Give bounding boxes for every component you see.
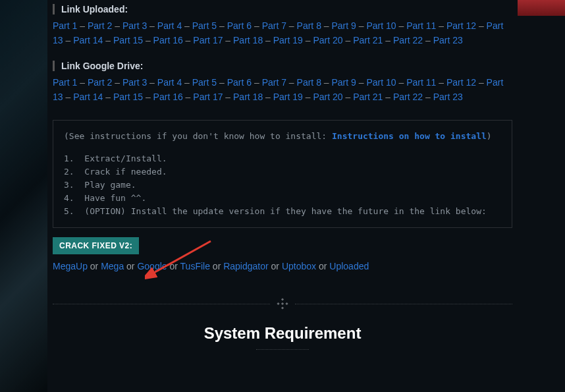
part-separator: – bbox=[63, 35, 74, 45]
part-separator: – bbox=[103, 92, 113, 102]
part-link[interactable]: Part 14 bbox=[73, 35, 103, 45]
part-link[interactable]: Part 16 bbox=[153, 35, 183, 45]
part-link[interactable]: Part 17 bbox=[193, 35, 223, 45]
mirror-link[interactable]: TusFile bbox=[180, 261, 210, 271]
mirror-link[interactable]: Mega bbox=[101, 261, 124, 271]
mirror-separator: or bbox=[269, 261, 282, 271]
part-separator: – bbox=[147, 20, 157, 31]
part-separator: – bbox=[356, 77, 367, 88]
part-link[interactable]: Part 21 bbox=[353, 92, 383, 102]
part-separator: – bbox=[396, 20, 407, 31]
part-separator: – bbox=[252, 77, 262, 88]
part-separator: – bbox=[286, 77, 297, 88]
mirror-link[interactable]: MegaUp bbox=[53, 261, 88, 271]
part-link[interactable]: Part 23 bbox=[433, 35, 463, 45]
part-link[interactable]: Part 15 bbox=[113, 92, 143, 102]
part-separator: – bbox=[143, 92, 153, 102]
mirror-separator: or bbox=[316, 261, 329, 271]
part-link[interactable]: Part 8 bbox=[297, 20, 321, 31]
part-separator: – bbox=[383, 35, 393, 45]
part-link[interactable]: Part 8 bbox=[297, 77, 321, 88]
part-separator: – bbox=[383, 92, 393, 102]
part-link[interactable]: Part 19 bbox=[273, 35, 303, 45]
part-link[interactable]: Part 22 bbox=[393, 92, 423, 102]
instructions-link[interactable]: Instructions on how to install bbox=[332, 131, 487, 141]
install-step: 3. Play game. bbox=[64, 179, 501, 192]
part-link[interactable]: Part 2 bbox=[88, 77, 112, 88]
part-link[interactable]: Part 18 bbox=[233, 92, 263, 102]
mirror-separator: or bbox=[210, 261, 223, 271]
mirror-link[interactable]: Rapidgator bbox=[223, 261, 269, 271]
svg-rect-4 bbox=[281, 302, 284, 305]
part-link[interactable]: Part 3 bbox=[122, 20, 147, 31]
part-link[interactable]: Part 9 bbox=[332, 20, 356, 31]
install-step: 1. Extract/Install. bbox=[64, 152, 501, 165]
part-link[interactable]: Part 21 bbox=[353, 35, 383, 45]
part-link[interactable]: Part 3 bbox=[122, 77, 147, 88]
part-separator: – bbox=[223, 92, 233, 102]
part-link[interactable]: Part 6 bbox=[227, 77, 252, 88]
mirror-link[interactable]: Uptobox bbox=[282, 261, 316, 271]
part-link[interactable]: Part 5 bbox=[192, 77, 217, 88]
part-link[interactable]: Part 15 bbox=[113, 35, 143, 45]
part-link[interactable]: Part 7 bbox=[262, 20, 286, 31]
part-separator: – bbox=[343, 35, 354, 45]
part-link[interactable]: Part 20 bbox=[313, 92, 342, 102]
background-left-strip bbox=[0, 0, 47, 392]
install-steps-list: 1. Extract/Install.2. Crack if needed.3.… bbox=[64, 152, 501, 218]
system-requirement-heading: System Requirement bbox=[53, 324, 512, 343]
mirror-links-line: MegaUp or Mega or Google or TusFile or R… bbox=[53, 261, 512, 271]
part-link[interactable]: Part 11 bbox=[406, 77, 436, 88]
part-link[interactable]: Part 1 bbox=[53, 20, 77, 31]
part-separator: – bbox=[321, 20, 332, 31]
part-link[interactable]: Part 11 bbox=[406, 20, 436, 31]
divider-line-left bbox=[53, 304, 270, 304]
main-content: Link Uploaded: Part 1 – Part 2 – Part 3 … bbox=[53, 0, 512, 350]
link-list-uploaded: Part 1 – Part 2 – Part 3 – Part 4 – Part… bbox=[53, 18, 512, 47]
part-link[interactable]: Part 2 bbox=[88, 20, 112, 31]
link-heading-gdrive: Link Google Drive: bbox=[53, 61, 512, 71]
part-separator: – bbox=[103, 35, 113, 45]
divider-diamond-icon bbox=[277, 298, 288, 310]
crack-fixed-badge: CRACK FIXED V2: bbox=[53, 237, 139, 254]
part-separator: – bbox=[476, 77, 487, 88]
part-separator: – bbox=[263, 92, 273, 102]
part-link[interactable]: Part 16 bbox=[153, 92, 183, 102]
section-divider bbox=[53, 298, 512, 310]
part-link[interactable]: Part 14 bbox=[73, 92, 103, 102]
part-link[interactable]: Part 10 bbox=[366, 77, 396, 88]
part-separator: – bbox=[217, 77, 227, 88]
part-link[interactable]: Part 10 bbox=[366, 20, 396, 31]
part-link[interactable]: Part 4 bbox=[157, 20, 182, 31]
part-separator: – bbox=[356, 20, 367, 31]
part-link[interactable]: Part 18 bbox=[233, 35, 263, 45]
mirror-separator: or bbox=[167, 261, 180, 271]
part-link[interactable]: Part 6 bbox=[227, 20, 252, 31]
part-separator: – bbox=[112, 77, 122, 88]
part-link[interactable]: Part 12 bbox=[446, 20, 476, 31]
part-separator: – bbox=[112, 20, 122, 31]
part-link[interactable]: Part 12 bbox=[446, 77, 476, 88]
part-link[interactable]: Part 19 bbox=[273, 92, 303, 102]
divider-line-right bbox=[295, 304, 512, 304]
part-separator: – bbox=[182, 77, 192, 88]
part-separator: – bbox=[343, 92, 354, 102]
part-link[interactable]: Part 22 bbox=[393, 35, 423, 45]
part-separator: – bbox=[396, 77, 407, 88]
part-link[interactable]: Part 7 bbox=[262, 77, 286, 88]
part-separator: – bbox=[476, 20, 487, 31]
part-link[interactable]: Part 17 bbox=[193, 92, 223, 102]
part-separator: – bbox=[321, 77, 332, 88]
part-link[interactable]: Part 9 bbox=[332, 77, 356, 88]
mirror-link[interactable]: Google bbox=[137, 261, 167, 271]
part-link[interactable]: Part 20 bbox=[313, 35, 342, 45]
part-link[interactable]: Part 23 bbox=[433, 92, 463, 102]
part-link[interactable]: Part 5 bbox=[192, 20, 217, 31]
part-link[interactable]: Part 4 bbox=[157, 77, 182, 88]
part-separator: – bbox=[423, 35, 433, 45]
mirror-link[interactable]: Uploaded bbox=[329, 261, 369, 271]
install-step: 2. Crack if needed. bbox=[64, 165, 501, 179]
part-separator: – bbox=[182, 20, 192, 31]
svg-rect-3 bbox=[281, 306, 284, 309]
part-link[interactable]: Part 1 bbox=[53, 77, 77, 88]
